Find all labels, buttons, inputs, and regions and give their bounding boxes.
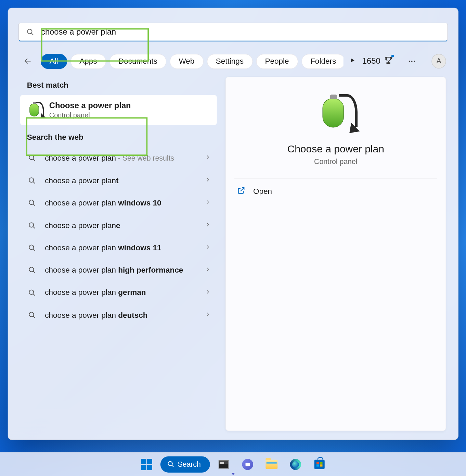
chevron-right-icon <box>205 311 211 319</box>
preview-title: Choose a power plan <box>287 143 384 155</box>
svg-point-7 <box>414 61 415 62</box>
folder-icon <box>266 460 278 469</box>
svg-line-17 <box>33 249 35 251</box>
web-result-2[interactable]: choose a power plan windows 10 <box>20 192 217 214</box>
power-plan-icon <box>27 102 43 118</box>
rewards-points: 1650 <box>362 57 380 66</box>
svg-line-25 <box>172 465 173 467</box>
filter-documents[interactable]: Documents <box>109 54 166 69</box>
svg-point-14 <box>29 223 34 227</box>
svg-point-12 <box>29 200 34 205</box>
search-icon <box>26 244 38 252</box>
svg-marker-3 <box>351 58 354 62</box>
best-match-title: Choose a power plan <box>49 101 131 111</box>
web-result-6[interactable]: choose a power plan german <box>20 281 217 304</box>
file-explorer-button[interactable] <box>261 455 282 473</box>
best-match-subtitle: Control panel <box>49 111 131 119</box>
svg-line-19 <box>33 271 35 273</box>
search-icon <box>26 222 38 229</box>
svg-point-8 <box>29 155 34 160</box>
web-result-4[interactable]: choose a power plan windows 11 <box>20 237 217 259</box>
chevron-right-icon <box>205 289 211 297</box>
back-button[interactable] <box>20 53 36 69</box>
open-action[interactable]: Open <box>226 178 446 204</box>
svg-point-5 <box>409 61 410 62</box>
search-icon <box>27 28 35 36</box>
web-result-text: choose a power plane <box>45 220 198 230</box>
task-view-button[interactable] <box>213 455 234 473</box>
avatar-initial: A <box>436 57 441 65</box>
svg-line-15 <box>33 227 35 228</box>
open-label: Open <box>253 187 272 196</box>
web-result-1[interactable]: choose a power plant <box>20 170 217 192</box>
svg-line-21 <box>33 294 35 296</box>
user-avatar[interactable]: A <box>431 54 446 69</box>
filter-all[interactable]: All <box>41 54 67 69</box>
preview-subtitle: Control panel <box>314 158 357 166</box>
chevron-right-icon <box>205 199 211 207</box>
filter-settings[interactable]: Settings <box>207 54 253 69</box>
filter-row: All Apps Documents Web Settings People F… <box>8 48 458 73</box>
filter-web[interactable]: Web <box>170 54 203 69</box>
filter-folders[interactable]: Folders <box>301 54 344 69</box>
search-bar[interactable] <box>18 23 448 41</box>
web-result-text: choose a power plan windows 11 <box>45 243 198 253</box>
svg-point-6 <box>411 61 413 62</box>
filter-scroll-right[interactable] <box>349 58 355 65</box>
svg-point-10 <box>29 178 34 182</box>
rewards-button[interactable]: 1650 <box>362 55 393 67</box>
web-result-7[interactable]: choose a power plan deutsch <box>20 304 217 326</box>
open-external-icon <box>237 186 246 195</box>
chevron-right-icon <box>205 266 211 274</box>
web-result-text: choose a power plan high performance <box>45 265 198 275</box>
web-result-text: choose a power plan deutsch <box>45 310 198 320</box>
web-result-3[interactable]: choose a power plane <box>20 214 217 237</box>
web-result-0[interactable]: choose a power plan - See web results <box>20 147 217 170</box>
web-result-text: choose a power plan windows 10 <box>45 198 198 208</box>
svg-point-20 <box>29 290 34 294</box>
ellipsis-icon <box>408 57 416 65</box>
svg-point-24 <box>168 462 172 466</box>
taskbar: Search <box>0 452 466 476</box>
svg-line-11 <box>33 182 35 184</box>
svg-point-18 <box>29 267 34 272</box>
search-icon <box>26 177 38 185</box>
web-result-text: choose a power plan - See web results <box>45 153 198 163</box>
search-icon <box>26 266 38 274</box>
search-icon <box>167 461 174 468</box>
svg-point-0 <box>27 29 32 34</box>
search-icon <box>26 154 38 162</box>
filter-apps[interactable]: Apps <box>70 54 106 69</box>
edge-icon <box>290 459 301 470</box>
edge-button[interactable] <box>285 455 306 473</box>
web-result-5[interactable]: choose a power plan high performance <box>20 259 217 281</box>
web-results-list: choose a power plan - See web resultscho… <box>20 147 217 326</box>
preview-pane: Choose a power plan Control panel Open <box>225 77 446 431</box>
filter-scroller: All Apps Documents Web Settings People F… <box>41 54 344 69</box>
task-view-icon <box>219 460 229 468</box>
web-result-text: choose a power plant <box>45 175 198 186</box>
best-match-result[interactable]: Choose a power plan Control panel <box>20 95 217 125</box>
taskbar-search-button[interactable]: Search <box>160 456 210 473</box>
svg-point-22 <box>29 312 34 316</box>
chevron-right-icon <box>205 177 211 185</box>
windows-logo-icon <box>141 459 152 470</box>
search-icon <box>26 311 38 319</box>
more-options-button[interactable] <box>404 53 420 69</box>
notification-dot <box>391 54 394 57</box>
search-icon <box>26 289 38 297</box>
chevron-right-icon <box>205 154 211 162</box>
svg-line-1 <box>31 33 33 35</box>
svg-line-23 <box>33 316 35 318</box>
search-input[interactable] <box>41 27 440 37</box>
start-button[interactable] <box>136 455 157 473</box>
store-button[interactable] <box>309 455 330 473</box>
chat-icon <box>242 459 254 470</box>
svg-point-16 <box>29 245 34 249</box>
results-column: Best match Choose a power plan Control p… <box>20 77 217 431</box>
filter-people[interactable]: People <box>256 54 298 69</box>
preview-power-plan-icon <box>316 94 355 133</box>
svg-line-9 <box>33 159 35 161</box>
store-icon <box>314 460 325 469</box>
chat-button[interactable] <box>237 455 258 473</box>
